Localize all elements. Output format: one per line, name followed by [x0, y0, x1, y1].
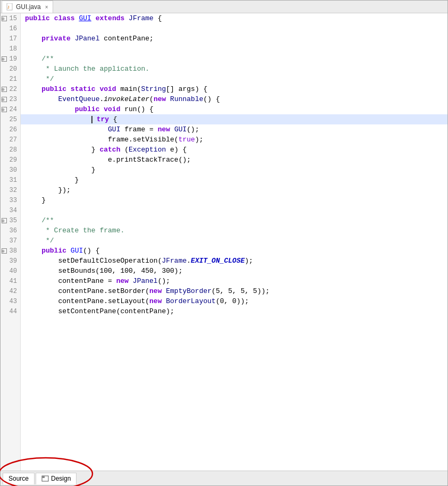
code-line-42: contentPane.setBorder(new EmptyBorder(5,…	[21, 286, 447, 296]
line-num-41: 41	[1, 276, 20, 286]
line-num-33: 33	[1, 195, 20, 205]
file-tab[interactable]: J GUI.java ×	[2, 1, 53, 13]
code-line-27: frame.setVisible(true);	[21, 135, 447, 145]
line-num-19: ⊖19	[1, 54, 20, 64]
code-area: ⊖15 16 17 18 ⊖19 20 21 ⊖22 ⊖23 ⊖24 25 26…	[1, 13, 447, 471]
line-num-18: 18	[1, 44, 20, 54]
code-line-36: * Create the frame.	[21, 225, 447, 236]
tab-filename: GUI.java	[16, 3, 41, 11]
svg-text:J: J	[7, 5, 10, 9]
code-line-23: EventQueue.invokeLater(new Runnable() {	[21, 94, 447, 104]
line-num-21: 21	[1, 74, 20, 84]
design-tab[interactable]: Design	[36, 473, 77, 484]
code-line-20: * Launch the application.	[21, 64, 447, 74]
line-num-37: 37	[1, 236, 20, 246]
code-line-26: GUI frame = new GUI();	[21, 124, 447, 135]
line-num-39: 39	[1, 256, 20, 266]
line-num-43: 43	[1, 296, 20, 306]
line-num-23: ⊖23	[1, 94, 20, 104]
line-num-34: 34	[1, 205, 20, 215]
line-num-35: ⊖35	[1, 215, 20, 225]
code-line-31: }	[21, 175, 447, 185]
line-num-26: 26	[1, 124, 20, 135]
java-file-icon: J	[6, 3, 14, 11]
line-num-24: ⊖24	[1, 104, 20, 114]
code-line-40: setBounds(100, 100, 450, 300);	[21, 266, 447, 276]
line-num-32: 32	[1, 185, 20, 195]
code-line-44: setContentPane(contentPane);	[21, 306, 447, 316]
code-line-34	[21, 205, 447, 215]
line-num-28: 28	[1, 145, 20, 155]
line-num-25: 25	[1, 114, 20, 124]
code-line-25: try {	[21, 114, 447, 124]
code-line-19: /**	[21, 54, 447, 64]
code-line-38: public GUI() {	[21, 246, 447, 256]
code-line-41: contentPane = new JPanel();	[21, 276, 447, 286]
tab-close-button[interactable]: ×	[45, 4, 48, 10]
code-line-30: }	[21, 165, 447, 175]
source-tab-label: Source	[9, 475, 29, 482]
tab-bar: J GUI.java ×	[1, 1, 447, 13]
source-tab[interactable]: Source	[3, 473, 35, 484]
code-line-37: */	[21, 236, 447, 246]
line-num-38: ⊖38	[1, 246, 20, 256]
line-num-16: 16	[1, 23, 20, 33]
code-line-22: public static void main(String[] args) {	[21, 84, 447, 94]
line-num-20: 20	[1, 64, 20, 74]
line-num-42: 42	[1, 286, 20, 296]
code-line-43: contentPane.setLayout(new BorderLayout(0…	[21, 296, 447, 306]
bottom-bar: Source Design	[1, 471, 447, 485]
line-num-27: 27	[1, 135, 20, 145]
editor-window: J GUI.java × ⊖15 16 17 18 ⊖19 20 21 ⊖22 …	[0, 0, 448, 486]
line-num-40: 40	[1, 266, 20, 276]
code-line-35: /**	[21, 215, 447, 225]
line-num-30: 30	[1, 165, 20, 175]
line-num-36: 36	[1, 225, 20, 236]
line-numbers: ⊖15 16 17 18 ⊖19 20 21 ⊖22 ⊖23 ⊖24 25 26…	[1, 13, 21, 471]
code-line-15: public class GUI extends JFrame {	[21, 13, 447, 23]
code-line-16	[21, 23, 447, 33]
code-line-24: public void run() {	[21, 104, 447, 114]
code-line-32: });	[21, 185, 447, 195]
design-tab-icon	[41, 475, 49, 482]
line-num-15: ⊖15	[1, 13, 20, 23]
code-line-28: } catch (Exception e) {	[21, 145, 447, 155]
line-num-29: 29	[1, 155, 20, 165]
code-line-21: */	[21, 74, 447, 84]
code-line-39: setDefaultCloseOperation(JFrame.EXIT_ON_…	[21, 256, 447, 266]
svg-rect-3	[42, 476, 45, 478]
code-line-29: e.printStackTrace();	[21, 155, 447, 165]
line-num-44: 44	[1, 306, 20, 316]
code-line-33: }	[21, 195, 447, 205]
code-content[interactable]: public class GUI extends JFrame { privat…	[21, 13, 447, 471]
code-line-17: private JPanel contentPane;	[21, 33, 447, 44]
design-tab-label: Design	[51, 475, 71, 482]
line-num-17: 17	[1, 33, 20, 44]
line-num-22: ⊖22	[1, 84, 20, 94]
line-num-31: 31	[1, 175, 20, 185]
code-line-18	[21, 44, 447, 54]
